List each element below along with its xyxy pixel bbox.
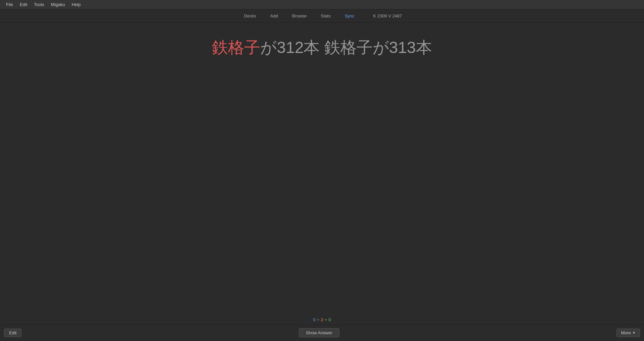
counter-orange: 2 <box>321 317 323 322</box>
counter-sep1: + <box>317 317 320 322</box>
menu-help[interactable]: Help <box>68 1 84 8</box>
nav-sync[interactable]: Sync <box>343 12 357 20</box>
nav-browse[interactable]: Browse <box>290 12 309 20</box>
chevron-down-icon: ▼ <box>632 331 636 335</box>
menu-file[interactable]: File <box>3 1 16 8</box>
bottom-bar: Edit Show Answer More ▼ <box>0 324 644 341</box>
card-text-part1-rest: が312本 <box>260 39 320 56</box>
main-content: 鉄格子が312本 鉄格子が313本 <box>0 23 644 324</box>
card-content: 鉄格子が312本 鉄格子が313本 <box>212 36 432 59</box>
counter-row: 0 + 2 + 0 <box>0 315 644 324</box>
edit-button[interactable]: Edit <box>4 329 21 337</box>
nav-decks[interactable]: Decks <box>242 12 258 20</box>
card-kanji-red: 鉄格子 <box>212 39 260 56</box>
card-text-part2: 鉄格子が313本 <box>324 39 432 56</box>
nav-stats[interactable]: Stats <box>319 12 333 20</box>
counter-blue: 0 <box>313 317 316 322</box>
counter-sep2: + <box>325 317 327 322</box>
nav-stats-display: K 2306 V 2487 <box>373 13 402 18</box>
more-button[interactable]: More ▼ <box>616 329 640 337</box>
nav-add[interactable]: Add <box>268 12 280 20</box>
more-label: More <box>621 330 631 335</box>
counter-green: 0 <box>328 317 331 322</box>
menu-edit[interactable]: Edit <box>16 1 31 8</box>
nav-bar: Decks Add Browse Stats Sync K 2306 V 248… <box>0 9 644 23</box>
menu-migaku[interactable]: Migaku <box>48 1 68 8</box>
menu-bar: File Edit Tools Migaku Help <box>0 0 644 9</box>
show-answer-button[interactable]: Show Answer <box>299 328 339 337</box>
menu-tools[interactable]: Tools <box>31 1 47 8</box>
